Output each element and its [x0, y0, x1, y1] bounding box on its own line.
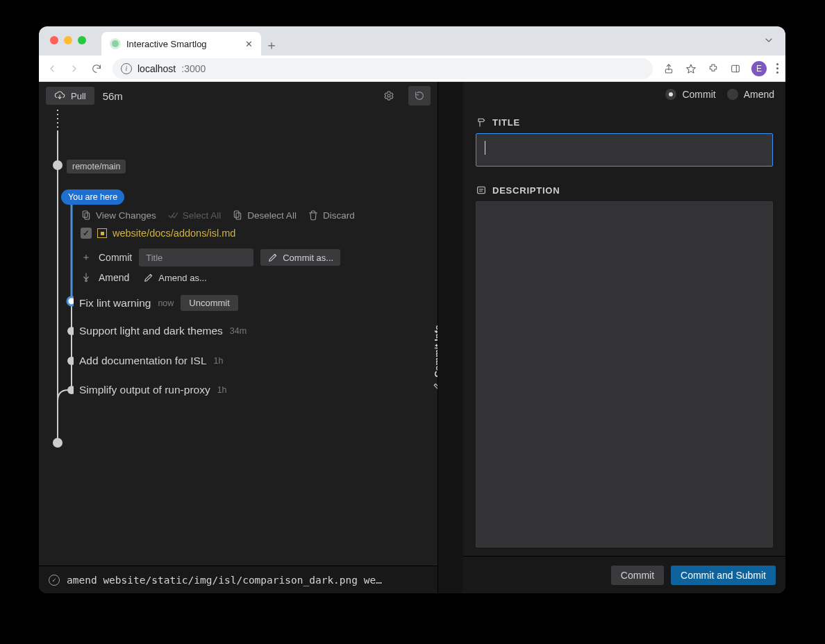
minimize-window-button[interactable] — [64, 36, 72, 44]
pull-label: Pull — [71, 91, 86, 101]
commit-message: Simplify output of run-proxy — [79, 384, 210, 396]
commit-row[interactable]: Add documentation for ISL 1h — [79, 355, 223, 367]
view-changes-button[interactable]: View Changes — [81, 210, 156, 221]
diff-icon — [81, 210, 92, 221]
operation-status-bar: amend website/static/img/isl/comparison_… — [39, 566, 438, 593]
mode-commit-label: Commit — [682, 89, 715, 100]
mode-amend-radio[interactable]: Amend — [727, 89, 774, 100]
cloud-download-icon — [54, 90, 65, 101]
window-controls — [50, 36, 86, 44]
mode-amend-label: Amend — [744, 89, 774, 100]
file-status-icon — [97, 228, 107, 238]
signpost-icon — [476, 117, 487, 128]
quick-commit-title-input[interactable] — [139, 248, 253, 266]
uncommit-button[interactable]: Uncommit — [181, 295, 238, 311]
commit-mode-selector: Commit Amend — [463, 82, 785, 107]
discard-button[interactable]: Discard — [308, 210, 355, 221]
select-all-label: Select All — [183, 210, 222, 221]
refresh-button[interactable] — [408, 86, 431, 105]
svg-point-13 — [67, 357, 74, 365]
close-tab-icon[interactable]: ✕ — [245, 39, 253, 49]
back-button[interactable] — [46, 62, 58, 75]
status-success-icon — [49, 575, 60, 586]
extensions-icon[interactable] — [707, 62, 719, 75]
svg-point-4 — [388, 94, 390, 97]
address-bar[interactable]: i localhost:3000 — [112, 58, 653, 79]
bookmark-icon[interactable] — [685, 62, 697, 75]
commit-button[interactable]: Commit — [611, 566, 664, 585]
svg-point-9 — [53, 160, 62, 170]
new-tab-button[interactable]: ＋ — [261, 35, 282, 56]
settings-button[interactable] — [378, 86, 400, 105]
refresh-icon — [414, 90, 425, 101]
pane-gutter[interactable] — [438, 82, 463, 593]
commit-row[interactable]: Fix lint warning now Uncommit — [79, 295, 238, 311]
remote-branch-badge[interactable]: remote/main — [67, 160, 126, 173]
browser-tab[interactable]: Interactive Smartlog ✕ — [101, 32, 261, 56]
amend-as-button[interactable]: Amend as... — [136, 269, 213, 286]
deselect-all-label: Deselect All — [247, 210, 297, 221]
plus-icon: ＋ — [81, 251, 92, 264]
description-icon — [476, 185, 487, 196]
file-checkbox[interactable] — [81, 228, 92, 239]
tabs-dropdown-icon[interactable] — [763, 35, 774, 48]
commit-as-label: Commit as... — [283, 253, 333, 263]
commit-as-button[interactable]: Commit as... — [260, 249, 340, 266]
amend-icon — [81, 271, 92, 285]
commit-form-footer: Commit Commit and Submit — [463, 556, 785, 593]
svg-point-14 — [67, 386, 74, 394]
deselect-icon — [232, 210, 243, 221]
maximize-window-button[interactable] — [78, 36, 86, 44]
sidepanel-icon[interactable] — [729, 62, 742, 75]
amend-as-label: Amend as... — [158, 273, 206, 283]
view-changes-label: View Changes — [96, 210, 156, 221]
svg-rect-1 — [732, 65, 740, 71]
commit-action[interactable]: Commit — [99, 252, 132, 263]
share-icon[interactable] — [662, 62, 675, 75]
commit-age: now — [158, 298, 174, 308]
url-host: localhost — [138, 63, 176, 74]
svg-rect-18 — [236, 213, 241, 219]
changed-file-path[interactable]: website/docs/addons/isl.md — [112, 228, 235, 239]
commit-row[interactable]: Simplify output of run-proxy 1h — [79, 384, 227, 396]
amend-action[interactable]: Amend — [99, 272, 129, 283]
discard-label: Discard — [323, 210, 355, 221]
svg-point-12 — [67, 327, 74, 335]
commit-row[interactable]: Support light and dark themes 34m — [79, 325, 247, 337]
forward-button[interactable] — [68, 62, 81, 75]
reload-button[interactable] — [90, 62, 103, 75]
profile-avatar[interactable]: E — [751, 61, 767, 76]
check-all-icon — [167, 210, 178, 221]
trash-icon — [308, 210, 319, 221]
mode-commit-radio[interactable]: Commit — [665, 89, 715, 100]
commit-info-pane: Commit Amend TITLE DESCRIPTION — [463, 82, 785, 593]
avatar-letter: E — [756, 64, 762, 74]
url-port: :3000 — [181, 63, 206, 74]
commit-and-submit-button[interactable]: Commit and Submit — [671, 566, 776, 585]
commit-age: 34m — [230, 326, 247, 336]
pencil-icon — [432, 382, 438, 393]
commit-info-tab[interactable]: Commit Info — [428, 318, 438, 400]
commit-info-tab-label: Commit Info — [433, 325, 438, 378]
svg-rect-16 — [85, 213, 90, 219]
description-field-label: DESCRIPTION — [476, 185, 773, 196]
svg-point-11 — [67, 297, 74, 305]
select-all-button[interactable]: Select All — [167, 210, 222, 221]
radio-dot — [665, 89, 676, 100]
svg-rect-22 — [478, 187, 485, 193]
commit-description-input[interactable] — [476, 201, 773, 548]
commit-message: Fix lint warning — [79, 297, 151, 310]
svg-rect-15 — [83, 211, 88, 217]
tab-favicon — [110, 38, 121, 49]
pencil-icon — [267, 252, 278, 263]
browser-tabstrip: Interactive Smartlog ✕ ＋ — [39, 26, 785, 56]
title-field-label: TITLE — [476, 117, 773, 128]
commit-age: 1h — [217, 385, 227, 395]
close-window-button[interactable] — [50, 36, 58, 44]
commit-title-input[interactable] — [476, 133, 773, 167]
pull-button[interactable]: Pull — [46, 87, 94, 105]
smartlog-graph: remote/main You are here View Changes Se… — [39, 110, 438, 566]
deselect-all-button[interactable]: Deselect All — [232, 210, 297, 221]
browser-menu-icon[interactable] — [776, 63, 778, 74]
site-info-icon[interactable]: i — [121, 63, 132, 74]
